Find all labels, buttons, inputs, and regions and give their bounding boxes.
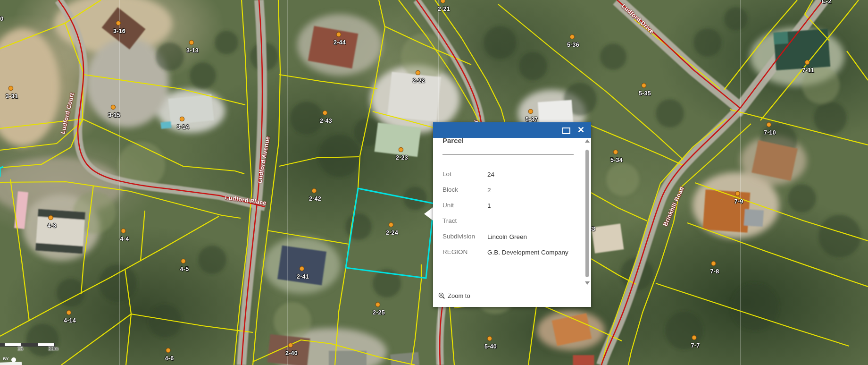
parcel-label-4-5[interactable]: 4-5 — [180, 264, 189, 273]
parcel-label-text: 3-15 — [108, 112, 120, 119]
parcel-label-2-22[interactable]: 2-22 — [413, 76, 425, 85]
popup-header[interactable]: ✕ — [433, 122, 591, 138]
zoom-to-button[interactable]: Zoom to — [438, 291, 470, 300]
parcel-label-text: 7-8 — [710, 268, 719, 275]
parcel-label-text: 4-6 — [165, 355, 174, 362]
field-label: REGION — [442, 247, 467, 257]
field-label: Subdivision — [442, 232, 475, 241]
parcel-label-text: 4-5 — [180, 266, 189, 272]
parcel-label-2-44[interactable]: 2-44 — [334, 38, 346, 46]
parcel-label-3-16[interactable]: 3-16 — [113, 26, 125, 35]
scale-label: 15 — [17, 346, 23, 351]
parcel-label-text: 5-34 — [610, 157, 623, 163]
parcel-popup: ✕ Parcel Lot24Block2Unit1TractSubdivisio… — [433, 122, 591, 307]
parcel-label-7-7[interactable]: 7-7 — [691, 341, 700, 349]
popup-pointer — [424, 207, 434, 221]
parcel-label-2-24[interactable]: 2-24 — [386, 228, 398, 237]
parcel-label-4-14[interactable]: 4-14 — [64, 316, 76, 324]
parcel-label-2-43[interactable]: 2-43 — [320, 116, 332, 125]
parcel-label-text: 4-4 — [120, 236, 129, 242]
parcel-label-text: 7-11 — [802, 67, 814, 74]
parcel-label-text: 2-40 — [285, 350, 298, 357]
parcel-label-4-6[interactable]: 4-6 — [165, 354, 174, 362]
parcel-label-text: 7-7 — [691, 342, 700, 349]
scroll-up-icon[interactable] — [585, 139, 590, 143]
parcel-label-2-23[interactable]: 2-23 — [396, 153, 408, 161]
attribution-logo-icon — [11, 357, 16, 362]
parcel-label-text: 5-40 — [484, 343, 497, 350]
field-value: 1 — [487, 201, 579, 211]
parcel-label-2-42[interactable]: 2-42 — [309, 194, 321, 203]
parcel-label-text: 2-22 — [413, 77, 425, 84]
parcel-label-text: 4-3 — [48, 222, 57, 229]
parcel-label-3-14[interactable]: 3-14 — [177, 122, 189, 131]
popup-title: Parcel — [442, 136, 464, 144]
scale-label: 30m — [48, 346, 58, 351]
parcel-label-text: 2-21 — [438, 6, 450, 12]
zoom-to-label: Zoom to — [448, 292, 470, 299]
parcel-label-4-4[interactable]: 4-4 — [120, 234, 129, 243]
parcel-label-5-35[interactable]: 5-35 — [639, 89, 651, 97]
parcel-label-C-2[interactable]: C-2 — [821, 0, 831, 5]
parcel-label-text: 2-23 — [396, 154, 408, 161]
parcel-label-2-25[interactable]: 2-25 — [373, 308, 385, 316]
parcel-label-7-10[interactable]: 7-10 — [764, 128, 776, 136]
field-label: Block — [442, 185, 458, 195]
popup-title-divider — [442, 154, 574, 155]
parcel-label-2-41[interactable]: 2-41 — [297, 272, 309, 280]
parcel-marker-icon — [805, 60, 810, 65]
field-label: Lot — [442, 170, 451, 179]
attribution-text: BY — [3, 357, 9, 361]
field-value: 24 — [487, 170, 579, 179]
parcel-label-text: 0 — [0, 16, 3, 22]
scale-bar — [0, 343, 55, 347]
parcel-label-text: 7-10 — [764, 129, 776, 136]
parcel-label-text: C-2 — [821, 0, 831, 5]
parcel-label-2-21[interactable]: 2-21 — [438, 4, 450, 13]
parcel-label-text: 5-37 — [526, 116, 538, 123]
field-label: Tract — [442, 216, 457, 226]
parcel-label-text: 5-36 — [567, 42, 579, 48]
maximize-icon[interactable] — [562, 127, 570, 134]
parcel-label-text: 3-31 — [6, 93, 18, 100]
parcel-label-2-40[interactable]: 2-40 — [285, 348, 298, 357]
popup-scrollbar[interactable] — [584, 138, 590, 289]
parcel-label-7-11[interactable]: 7-11 — [802, 66, 814, 74]
close-icon[interactable]: ✕ — [577, 124, 584, 136]
parcel-label-text: 2-44 — [334, 39, 346, 46]
scroll-down-icon[interactable] — [585, 281, 590, 285]
scrollbar-thumb[interactable] — [585, 150, 589, 277]
parcel-label-3-31[interactable]: 3-31 — [6, 92, 18, 100]
parcel-label-text: 3-16 — [113, 28, 125, 34]
parcel-label-7-9[interactable]: 7-9 — [734, 197, 743, 205]
parcel-label-text: 3-14 — [177, 124, 189, 130]
parcel-label-text: 2-43 — [320, 118, 332, 124]
parcel-label-5-40[interactable]: 5-40 — [484, 342, 497, 350]
parcel-label-text: 2-41 — [297, 273, 309, 280]
field-label: Unit — [442, 201, 454, 210]
parcel-label-7-8[interactable]: 7-8 — [710, 267, 719, 275]
field-value: G.B. Development Company — [487, 247, 579, 257]
parcel-label-text: 4-14 — [64, 317, 76, 324]
parcel-label-text: 5-35 — [639, 90, 651, 97]
parcel-label-text: 3-13 — [186, 47, 199, 54]
parcel-label-5-34[interactable]: 5-34 — [610, 155, 623, 164]
parcel-label-3-13[interactable]: 3-13 — [186, 46, 199, 54]
parcel-label-3-15[interactable]: 3-15 — [108, 110, 120, 119]
field-value: 2 — [487, 185, 579, 195]
parcel-label-0[interactable]: 0 — [0, 14, 3, 23]
parcel-label-text: 2-25 — [373, 309, 385, 316]
parcel-label-text: 7-9 — [734, 198, 743, 205]
parcel-label-text: 2-24 — [386, 229, 398, 236]
parcel-label-5-36[interactable]: 5-36 — [567, 40, 579, 49]
field-value: Lincoln Green — [487, 232, 579, 242]
parcel-label-text: 2-42 — [309, 195, 321, 202]
parcel-label-4-3[interactable]: 4-3 — [48, 221, 57, 229]
attribution-fragment — [0, 362, 22, 365]
magnifier-plus-icon — [438, 292, 445, 299]
